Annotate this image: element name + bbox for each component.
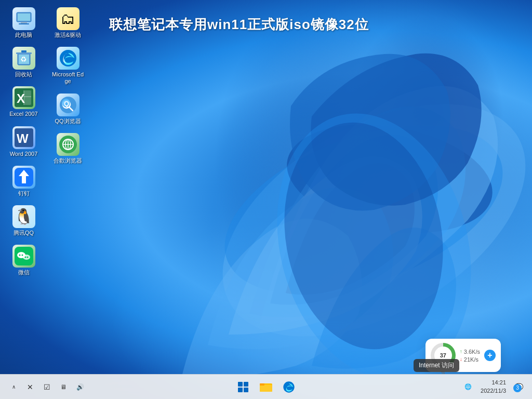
icon-qq-browser[interactable]: Q QQ浏览器: [48, 91, 87, 127]
icon-excel[interactable]: X Excel 2007: [4, 84, 43, 119]
current-date: 2022/11/3: [481, 387, 506, 395]
svg-rect-12: [21, 50, 26, 52]
ms-edge-label: Microsoft Edge: [50, 71, 85, 85]
tencent-qq-label: 腾讯QQ: [14, 230, 34, 236]
excel-label: Excel 2007: [9, 111, 37, 117]
word-label: Word 2007: [10, 151, 38, 157]
word-icon-image: W: [12, 126, 35, 149]
upload-arrow-icon: ↑: [460, 349, 462, 354]
svg-point-26: [19, 255, 20, 256]
tray-checkbox-icon[interactable]: ☑: [39, 380, 54, 394]
tray-network-icon[interactable]: 🌐: [461, 380, 475, 394]
dingding-icon-image: [12, 166, 35, 189]
svg-text:W: W: [17, 131, 29, 145]
desktop-icon-column-2: 🗂 激活&驱动 Microsoft Edge Q: [44, 0, 88, 171]
tray-chevron-icon[interactable]: ∧: [6, 380, 21, 394]
taskbar-center: [233, 377, 299, 397]
svg-rect-6: [18, 14, 30, 21]
recycle-icon-image: ♻: [12, 47, 35, 70]
svg-point-25: [23, 255, 30, 260]
icon-ms-edge[interactable]: Microsoft Edge: [48, 45, 87, 87]
icon-dingding[interactable]: 钉钉: [4, 164, 43, 199]
this-pc-icon-image: [12, 7, 35, 30]
icon-word[interactable]: W Word 2007: [4, 124, 43, 159]
svg-point-29: [26, 257, 28, 258]
download-speed: 21K/s: [464, 356, 478, 363]
file-explorer-button[interactable]: [256, 377, 276, 397]
network-speeds: ↑ 3.6K/s ↓ 21K/s: [460, 349, 480, 363]
taskbar: ∧ ✕ ☑ 🖥 🔊 🌐: [0, 374, 532, 399]
upload-speed-row: ↑ 3.6K/s: [460, 349, 480, 355]
tray-close-icon[interactable]: ✕: [23, 380, 37, 394]
time-display[interactable]: 14:21 2022/11/3: [478, 378, 508, 396]
taskbar-left: ∧ ✕ ☑ 🖥 🔊: [6, 380, 87, 394]
icon-wechat[interactable]: 微信: [4, 243, 43, 278]
current-time: 14:21: [491, 379, 506, 387]
svg-rect-45: [260, 383, 264, 385]
tray-display-icon[interactable]: 🖥: [56, 380, 71, 394]
download-speed-row: ↓ 21K/s: [460, 356, 480, 363]
icon-tencent-qq[interactable]: 🐧 腾讯QQ: [4, 203, 43, 238]
activate-label: 激活&驱动: [55, 32, 81, 38]
svg-point-28: [24, 257, 26, 258]
win11-logo-icon: [238, 382, 248, 392]
svg-rect-8: [19, 23, 29, 24]
download-arrow-icon: ↓: [460, 356, 462, 362]
start-button[interactable]: [233, 377, 254, 397]
icon-this-pc[interactable]: 此电脑: [4, 5, 43, 41]
icon-recycle[interactable]: ♻ 回收站: [4, 45, 43, 80]
svg-rect-11: [16, 52, 32, 54]
svg-text:♻: ♻: [20, 55, 27, 63]
this-pc-label: 此电脑: [15, 32, 32, 38]
svg-rect-16: [24, 90, 31, 105]
dingding-label: 钉钉: [18, 190, 30, 197]
recycle-label: 回收站: [15, 71, 32, 78]
svg-text:Q: Q: [64, 100, 69, 108]
taskbar-edge-icon: [283, 381, 295, 393]
edge-icon-image: [57, 47, 79, 70]
activate-icon-image: 🗂: [57, 7, 79, 30]
qq-icon-image: 🐧: [12, 205, 35, 228]
wechat-label: 微信: [18, 269, 30, 276]
taskbar-right: 🌐 14:21 2022/11/3 💬 3: [461, 378, 526, 396]
tray-volume-icon[interactable]: 🔊: [73, 380, 87, 394]
desktop-icon-column-1: 此电脑 ♻ 回收站 X Excel 2007: [0, 0, 44, 283]
svg-point-27: [21, 255, 23, 256]
excel-icon-image: X: [12, 86, 35, 109]
systray: 🌐: [461, 380, 475, 394]
icon-heyue-browser[interactable]: 合歡浏览器: [48, 131, 87, 166]
notification-badge: 3: [513, 384, 522, 392]
desktop-title: 联想笔记本专用win11正式版iso镜像32位: [109, 16, 369, 34]
upload-speed: 3.6K/s: [464, 349, 480, 355]
heyue-icon-image: [57, 133, 79, 156]
qq-browser-label: QQ浏览器: [55, 118, 81, 125]
network-tooltip: Internet 访问: [414, 359, 459, 372]
icon-activate[interactable]: 🗂 激活&驱动: [48, 5, 87, 41]
qq-browser-icon-image: Q: [57, 94, 79, 116]
network-plus-button[interactable]: +: [484, 350, 496, 361]
svg-rect-44: [260, 385, 272, 392]
svg-rect-7: [21, 22, 27, 23]
wechat-icon-image: [12, 245, 35, 268]
taskbar-edge-button[interactable]: [278, 377, 299, 397]
file-explorer-icon: [260, 381, 272, 393]
heyue-browser-label: 合歡浏览器: [54, 157, 82, 164]
